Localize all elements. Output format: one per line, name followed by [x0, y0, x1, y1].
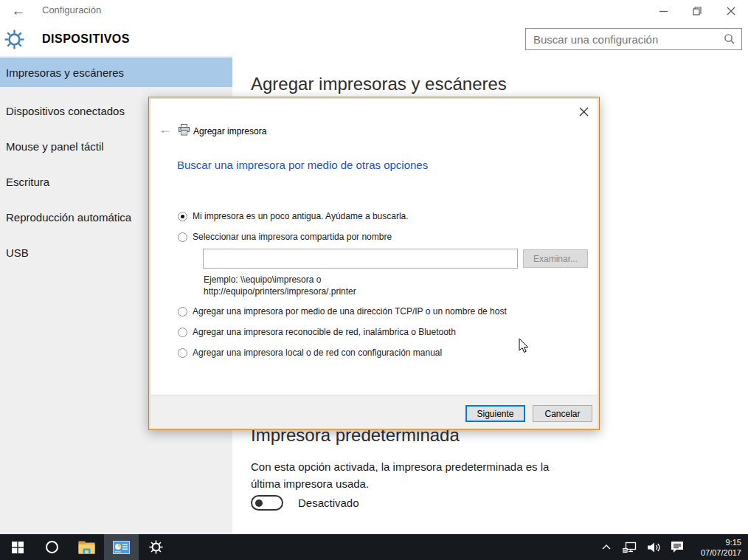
toggle-knob: [255, 499, 263, 507]
sidebar-item-label: Impresoras y escáneres: [6, 66, 124, 79]
radio-button[interactable]: [178, 232, 187, 242]
action-center-button[interactable]: [665, 534, 689, 560]
radio-label: Agregar una impresora reconocible de red…: [193, 327, 456, 337]
start-button[interactable]: [0, 534, 35, 560]
radio-label: Seleccionar una impresora compartida por…: [193, 232, 392, 242]
taskbar: 9:15 07/07/2017: [0, 534, 748, 560]
search-input[interactable]: [526, 29, 721, 49]
dialog-close-button[interactable]: [576, 104, 591, 119]
example-line2: http://equipo/printers/impresora/.printe…: [204, 286, 356, 297]
radio-option-network-bluetooth[interactable]: Agregar una impresora reconocible de red…: [178, 326, 456, 338]
share-path-example: Ejemplo: \\equipo\impresora o http://equ…: [204, 274, 356, 297]
window-controls: [646, 0, 748, 22]
add-printer-dialog: ← Agregar impresora Buscar una impresora…: [148, 97, 600, 430]
file-explorer-button[interactable]: [69, 534, 104, 560]
default-printer-toggle[interactable]: [251, 495, 283, 511]
cancel-button[interactable]: Cancelar: [533, 405, 592, 422]
page-title: DISPOSITIVOS: [42, 32, 130, 46]
settings-search-box[interactable]: [525, 28, 742, 50]
minimize-icon: [659, 7, 668, 15]
chevron-up-icon: [601, 544, 612, 550]
dialog-footer: Siguiente Cancelar: [150, 395, 598, 428]
desktop-screen: ← Configuración DIS: [0, 0, 748, 560]
default-printer-description: Con esta opción activada, la impresora p…: [251, 458, 561, 492]
action-center-icon: [671, 541, 684, 553]
taskbar-clock[interactable]: 9:15 07/07/2017: [689, 534, 748, 560]
dialog-title: Agregar impresora: [193, 126, 266, 136]
window-title: Configuración: [42, 4, 101, 15]
cortana-icon: [46, 541, 58, 553]
shared-printer-name-input[interactable]: [203, 249, 518, 269]
browse-button[interactable]: Examinar...: [523, 249, 588, 268]
tray-volume-button[interactable]: [642, 534, 665, 560]
radio-option-tcpip[interactable]: Agregar una impresora por medio de una d…: [178, 305, 507, 317]
radio-button[interactable]: [178, 348, 187, 358]
restore-button[interactable]: [680, 0, 714, 22]
restore-icon: [693, 7, 702, 15]
radio-button-checked[interactable]: [178, 212, 187, 221]
titlebar-back-arrow-icon[interactable]: ←: [6, 1, 31, 21]
close-icon: [727, 7, 735, 15]
radio-button[interactable]: [178, 307, 187, 317]
settings-gear-icon: [4, 30, 24, 52]
active-app-button[interactable]: [104, 534, 139, 560]
next-button[interactable]: Siguiente: [465, 405, 525, 422]
printer-icon: [178, 124, 190, 139]
clock-date: 07/07/2017: [701, 547, 741, 558]
active-app-icon: [113, 541, 130, 554]
example-line1: Ejemplo: \\equipo\impresora o: [204, 274, 356, 286]
sidebar-item-label: Mouse y panel táctil: [6, 140, 104, 153]
clock-time: 9:15: [726, 537, 741, 547]
network-icon: [623, 542, 637, 553]
dialog-heading: Buscar una impresora por medio de otras …: [177, 159, 428, 171]
close-icon: [579, 107, 589, 117]
search-icon: [721, 33, 741, 45]
system-tray: 9:15 07/07/2017: [595, 534, 748, 560]
sidebar-item-label: USB: [6, 246, 29, 259]
radio-label: Mi impresora es un poco antigua. Ayúdame…: [193, 211, 409, 221]
radio-option-shared-printer[interactable]: Seleccionar una impresora compartida por…: [178, 231, 392, 243]
sidebar-item-label: Escritura: [6, 176, 49, 188]
tray-network-button[interactable]: [618, 534, 642, 560]
close-button[interactable]: [714, 0, 748, 22]
radio-label: Agregar una impresora por medio de una d…: [193, 306, 507, 317]
gear-icon: [149, 540, 163, 554]
radio-label: Agregar una impresora local o de red con…: [193, 348, 442, 358]
volume-icon: [647, 542, 661, 553]
cortana-button[interactable]: [35, 534, 69, 560]
sidebar-item-impresoras-y-escaneres[interactable]: Impresoras y escáneres: [0, 58, 232, 87]
radio-option-local-manual[interactable]: Agregar una impresora local o de red con…: [178, 347, 442, 359]
file-explorer-icon: [78, 541, 95, 554]
radio-button[interactable]: [178, 328, 187, 337]
toggle-state-label: Desactivado: [298, 497, 359, 509]
sidebar-item-label: Reproducción automática: [6, 211, 131, 224]
tray-chevron-up-button[interactable]: [595, 534, 618, 560]
section-title-agregar: Agregar impresoras y escáneres: [251, 74, 507, 94]
minimize-button[interactable]: [646, 0, 680, 22]
radio-option-old-printer[interactable]: Mi impresora es un poco antigua. Ayúdame…: [178, 210, 409, 222]
windows-logo-icon: [12, 542, 24, 553]
settings-taskbar-button[interactable]: [139, 534, 173, 560]
sidebar-item-label: Dispositivos conectados: [6, 105, 125, 117]
add-printer-dialog-body: ← Agregar impresora Buscar una impresora…: [150, 99, 598, 428]
dialog-back-arrow-icon[interactable]: ←: [156, 122, 174, 136]
